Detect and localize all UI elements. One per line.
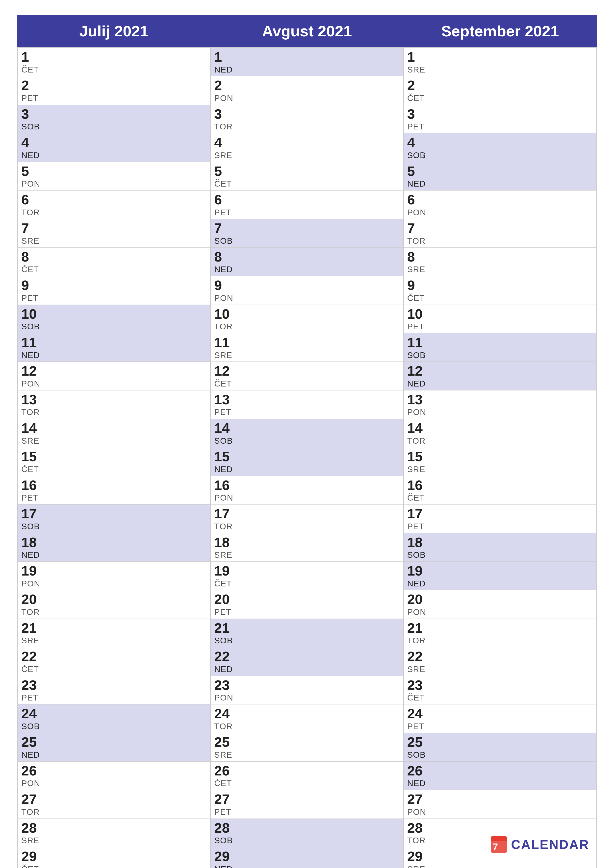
day-number: 2 bbox=[214, 78, 399, 93]
day-name: NED bbox=[407, 578, 593, 589]
day-number: 2 bbox=[21, 78, 207, 93]
day-cell: 3SOB bbox=[18, 105, 210, 133]
day-name: ČET bbox=[214, 578, 399, 589]
day-number: 18 bbox=[407, 535, 593, 550]
day-name: NED bbox=[214, 264, 399, 274]
svg-text:7: 7 bbox=[493, 842, 498, 852]
day-number: 16 bbox=[21, 477, 207, 493]
day-cell: 16PON bbox=[211, 476, 403, 505]
month-column-july: 1ČET2PET3SOB4NED5PON6TOR7SRE8ČET9PET10SO… bbox=[18, 48, 211, 868]
day-name: PET bbox=[214, 207, 399, 217]
day-cell: 6TOR bbox=[18, 191, 210, 219]
day-cell: 21SRE bbox=[18, 619, 210, 647]
day-number: 17 bbox=[407, 506, 593, 521]
day-number: 28 bbox=[407, 820, 593, 835]
day-number: 3 bbox=[21, 106, 207, 122]
day-name: SOB bbox=[21, 521, 207, 532]
day-number: 20 bbox=[214, 592, 399, 607]
calendar-logo-icon: 7 bbox=[490, 836, 508, 853]
day-cell: 18SOB bbox=[404, 533, 596, 562]
day-cell: 4NED bbox=[18, 133, 210, 162]
day-name: SOB bbox=[214, 436, 399, 446]
day-name: SRE bbox=[21, 236, 207, 246]
day-number: 28 bbox=[21, 820, 207, 835]
day-cell: 11NED bbox=[18, 333, 210, 362]
day-name: SRE bbox=[214, 150, 399, 160]
day-number: 13 bbox=[21, 392, 207, 407]
day-cell: 14SRE bbox=[18, 419, 210, 447]
day-name: NED bbox=[21, 550, 207, 560]
day-name: ČET bbox=[407, 93, 593, 103]
day-cell: 1NED bbox=[211, 48, 403, 76]
day-number: 5 bbox=[407, 164, 593, 179]
day-cell: 7SOB bbox=[211, 219, 403, 248]
day-number: 19 bbox=[214, 563, 399, 578]
day-cell: 21TOR bbox=[404, 619, 596, 647]
day-name: ČET bbox=[21, 664, 207, 674]
day-name: SRE bbox=[214, 750, 399, 760]
day-name: SOB bbox=[214, 636, 399, 646]
day-cell: 15SRE bbox=[404, 447, 596, 476]
day-cell: 9ČET bbox=[404, 276, 596, 305]
day-cell: 9PET bbox=[18, 276, 210, 305]
day-number: 1 bbox=[407, 49, 593, 65]
day-number: 21 bbox=[21, 620, 207, 636]
day-number: 29 bbox=[214, 849, 399, 864]
day-name: TOR bbox=[407, 436, 593, 446]
day-name: ČET bbox=[214, 378, 399, 389]
day-cell: 29ČET bbox=[18, 847, 210, 868]
day-number: 23 bbox=[214, 677, 399, 693]
day-number: 4 bbox=[214, 135, 399, 150]
day-number: 20 bbox=[21, 592, 207, 607]
day-cell: 29NED bbox=[211, 847, 403, 868]
day-name: SOB bbox=[407, 550, 593, 560]
day-cell: 2PON bbox=[211, 76, 403, 105]
day-cell: 13PON bbox=[404, 391, 596, 419]
day-cell: 2PET bbox=[18, 76, 210, 105]
day-cell: 17SOB bbox=[18, 505, 210, 533]
day-name: SOB bbox=[214, 835, 399, 845]
day-name: SOB bbox=[21, 121, 207, 132]
day-cell: 26ČET bbox=[211, 762, 403, 790]
day-number: 6 bbox=[21, 192, 207, 207]
day-number: 25 bbox=[407, 735, 593, 750]
day-name: PON bbox=[214, 493, 399, 503]
day-number: 17 bbox=[214, 506, 399, 521]
day-number: 7 bbox=[407, 220, 593, 236]
day-number: 6 bbox=[214, 192, 399, 207]
logo-text: CALENDAR bbox=[511, 837, 589, 852]
day-cell: 4SOB bbox=[404, 133, 596, 162]
day-number: 15 bbox=[21, 449, 207, 464]
day-name: ČET bbox=[21, 65, 207, 75]
day-number: 11 bbox=[21, 335, 207, 350]
day-cell: 11SRE bbox=[211, 333, 403, 362]
day-number: 13 bbox=[407, 392, 593, 407]
day-cell: 7SRE bbox=[18, 219, 210, 248]
day-name: PET bbox=[407, 121, 593, 132]
day-number: 15 bbox=[214, 449, 399, 464]
day-cell: 3TOR bbox=[211, 105, 403, 133]
day-number: 10 bbox=[407, 306, 593, 322]
day-cell: 6PET bbox=[211, 191, 403, 219]
day-name: SOB bbox=[407, 150, 593, 160]
day-name: NED bbox=[214, 65, 399, 75]
day-name: SOB bbox=[21, 321, 207, 332]
day-number: 23 bbox=[21, 677, 207, 693]
day-name: ČET bbox=[214, 778, 399, 788]
day-cell: 25SOB bbox=[404, 733, 596, 761]
day-number: 3 bbox=[214, 106, 399, 122]
day-number: 27 bbox=[407, 792, 593, 807]
day-name: ČET bbox=[407, 493, 593, 503]
day-number: 9 bbox=[21, 277, 207, 293]
day-number: 25 bbox=[214, 735, 399, 750]
day-name: PET bbox=[21, 93, 207, 103]
day-name: PON bbox=[21, 778, 207, 788]
day-number: 18 bbox=[21, 535, 207, 550]
day-number: 28 bbox=[214, 820, 399, 835]
day-name: ČET bbox=[407, 693, 593, 703]
day-number: 26 bbox=[21, 763, 207, 778]
day-cell: 20TOR bbox=[18, 590, 210, 618]
day-name: SOB bbox=[214, 236, 399, 246]
day-number: 13 bbox=[214, 392, 399, 407]
day-cell: 25NED bbox=[18, 733, 210, 761]
